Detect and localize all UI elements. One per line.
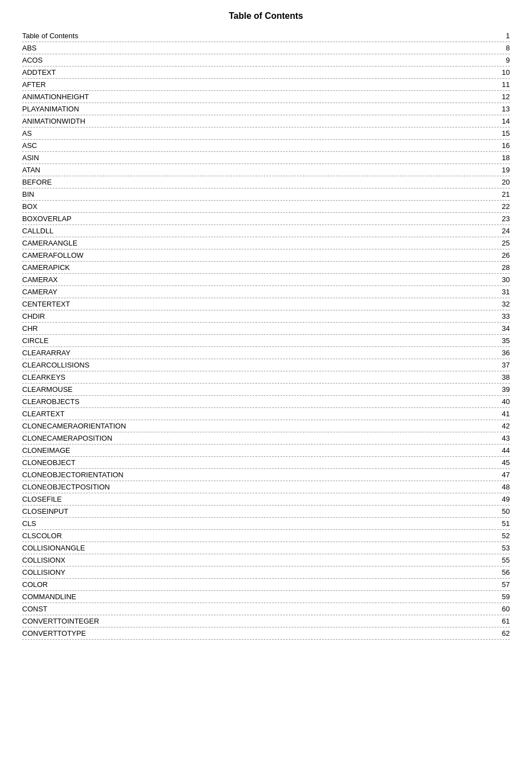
- toc-row[interactable]: CAMERAFOLLOW26: [22, 249, 510, 262]
- toc-page-number: 60: [488, 605, 510, 613]
- toc-page-number: 40: [488, 397, 510, 406]
- toc-row[interactable]: ASC16: [22, 140, 510, 152]
- toc-page-number: 12: [488, 93, 510, 101]
- toc-row[interactable]: BEFORE20: [22, 176, 510, 188]
- toc-row[interactable]: PLAYANIMATION13: [22, 103, 510, 115]
- toc-row[interactable]: CONVERTTOINTEGER61: [22, 615, 510, 627]
- toc-page-number: 1: [488, 32, 510, 40]
- toc-row[interactable]: BOXOVERLAP23: [22, 213, 510, 225]
- toc-row[interactable]: CHDIR33: [22, 310, 510, 323]
- toc-row[interactable]: CLONEOBJECTORIENTATION47: [22, 469, 510, 481]
- toc-page-number: 43: [488, 434, 510, 442]
- toc-page-number: 48: [488, 483, 510, 491]
- toc-label: CAMERAANGLE: [22, 239, 488, 247]
- toc-row[interactable]: CENTERTEXT32: [22, 298, 510, 310]
- toc-label: CLEARTEXT: [22, 410, 488, 418]
- toc-row[interactable]: CONST60: [22, 603, 510, 615]
- toc-label: COMMANDLINE: [22, 593, 488, 601]
- toc-label: COLOR: [22, 580, 488, 589]
- toc-row[interactable]: CLONEOBJECT45: [22, 457, 510, 469]
- toc-row[interactable]: ACOS9: [22, 54, 510, 67]
- toc-label: CONVERTTOTYPE: [22, 629, 488, 637]
- toc-row[interactable]: COLLISIONX55: [22, 554, 510, 566]
- toc-row[interactable]: CLEARMOUSE39: [22, 384, 510, 396]
- toc-row[interactable]: Table of Contents1: [22, 30, 510, 42]
- toc-row[interactable]: CLONECAMERAPOSITION43: [22, 432, 510, 445]
- toc-row[interactable]: ASIN18: [22, 152, 510, 164]
- toc-page-number: 42: [488, 422, 510, 430]
- toc-page-number: 26: [488, 251, 510, 259]
- toc-page-number: 53: [488, 544, 510, 552]
- toc-label: CLOSEINPUT: [22, 507, 488, 515]
- toc-row[interactable]: COLOR57: [22, 579, 510, 591]
- toc-row[interactable]: COLLISIONY56: [22, 566, 510, 579]
- toc-label: CAMERAFOLLOW: [22, 251, 488, 259]
- toc-label: CENTERTEXT: [22, 300, 488, 308]
- toc-row[interactable]: CLOSEFILE49: [22, 493, 510, 506]
- toc-label: CLEARCOLLISIONS: [22, 361, 488, 369]
- toc-label: CONVERTTOINTEGER: [22, 617, 488, 625]
- toc-row[interactable]: ANIMATIONHEIGHT12: [22, 91, 510, 103]
- toc-page-number: 47: [488, 471, 510, 479]
- toc-label: CLOSEFILE: [22, 495, 488, 503]
- toc-label: CAMERAY: [22, 288, 488, 296]
- toc-row[interactable]: CLEARARRAY36: [22, 347, 510, 359]
- toc-row[interactable]: ADDTEXT10: [22, 67, 510, 79]
- toc-label: ADDTEXT: [22, 68, 488, 76]
- toc-row[interactable]: CLONEIMAGE44: [22, 445, 510, 457]
- toc-row[interactable]: CAMERAX30: [22, 274, 510, 286]
- toc-page-number: 15: [488, 129, 510, 137]
- toc-page-number: 59: [488, 593, 510, 601]
- toc-label: COLLISIONANGLE: [22, 544, 488, 552]
- toc-page-number: 10: [488, 68, 510, 76]
- toc-row[interactable]: CLEARCOLLISIONS37: [22, 359, 510, 371]
- toc-row[interactable]: CLEARTEXT41: [22, 408, 510, 420]
- toc-label: CLONECAMERAORIENTATION: [22, 422, 488, 430]
- toc-page-number: 37: [488, 361, 510, 369]
- toc-row[interactable]: CAMERAY31: [22, 286, 510, 298]
- toc-row[interactable]: CLSCOLOR52: [22, 530, 510, 542]
- toc-label: ANIMATIONHEIGHT: [22, 93, 488, 101]
- toc-page-number: 62: [488, 629, 510, 637]
- toc-page-number: 23: [488, 215, 510, 223]
- toc-page-number: 16: [488, 141, 510, 150]
- toc-page-number: 8: [488, 44, 510, 52]
- toc-label: CALLDLL: [22, 227, 488, 235]
- toc-label: CLS: [22, 519, 488, 528]
- toc-label: CLONEOBJECTPOSITION: [22, 483, 488, 491]
- toc-row[interactable]: COMMANDLINE59: [22, 591, 510, 603]
- toc-row[interactable]: ATAN19: [22, 164, 510, 176]
- toc-page-number: 30: [488, 275, 510, 284]
- toc-label: CLEARARRAY: [22, 349, 488, 357]
- toc-page-number: 36: [488, 349, 510, 357]
- toc-label: PLAYANIMATION: [22, 105, 488, 113]
- toc-row[interactable]: CHR34: [22, 323, 510, 335]
- toc-page-number: 45: [488, 458, 510, 467]
- toc-row[interactable]: CLEAROBJECTS40: [22, 396, 510, 408]
- toc-row[interactable]: CONVERTTOTYPE62: [22, 627, 510, 640]
- toc-row[interactable]: CLEARKEYS38: [22, 371, 510, 384]
- toc-row[interactable]: BOX22: [22, 201, 510, 213]
- toc-row[interactable]: CAMERAPICK28: [22, 262, 510, 274]
- toc-row[interactable]: COLLISIONANGLE53: [22, 542, 510, 554]
- toc-label: COLLISIONX: [22, 556, 488, 564]
- toc-row[interactable]: BIN21: [22, 188, 510, 201]
- toc-page-number: 61: [488, 617, 510, 625]
- toc-row[interactable]: CLS51: [22, 518, 510, 530]
- toc-row[interactable]: ANIMATIONWIDTH14: [22, 115, 510, 127]
- toc-row[interactable]: CLOSEINPUT50: [22, 506, 510, 518]
- toc-row[interactable]: AFTER11: [22, 79, 510, 91]
- toc-row[interactable]: CLONEOBJECTPOSITION48: [22, 481, 510, 493]
- toc-row[interactable]: CIRCLE35: [22, 335, 510, 347]
- toc-label: AS: [22, 129, 488, 137]
- toc-row[interactable]: CLONECAMERAORIENTATION42: [22, 420, 510, 432]
- toc-label: BEFORE: [22, 178, 488, 186]
- toc-page-number: 20: [488, 178, 510, 186]
- toc-row[interactable]: CALLDLL24: [22, 225, 510, 237]
- toc-page-number: 21: [488, 190, 510, 198]
- toc-row[interactable]: CAMERAANGLE25: [22, 237, 510, 249]
- toc-label: CLONEOBJECTORIENTATION: [22, 471, 488, 479]
- toc-row[interactable]: AS15: [22, 127, 510, 140]
- toc-label: ABS: [22, 44, 488, 52]
- toc-row[interactable]: ABS8: [22, 42, 510, 54]
